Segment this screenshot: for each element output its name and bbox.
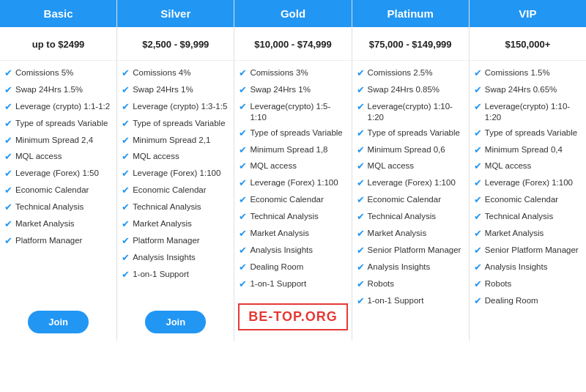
features-silver: ✔Comissions 4%✔Swap 24Hrs 1%✔Leverage (c… — [117, 61, 234, 305]
feature-label: Market Analysis — [250, 228, 309, 239]
check-icon: ✔ — [4, 135, 12, 147]
check-icon: ✔ — [357, 211, 365, 223]
feature-item: ✔Analysis Insights — [472, 259, 583, 276]
feature-item: ✔MQL access — [237, 158, 348, 175]
feature-label: MQL access — [15, 151, 62, 162]
feature-label: Comissions 5% — [15, 67, 73, 78]
feature-label: Minimum Spread 1,8 — [250, 144, 327, 155]
feature-label: Technical Analysis — [485, 211, 553, 222]
check-icon: ✔ — [239, 84, 247, 97]
feature-label: Senior Platform Manager — [485, 245, 579, 256]
feature-label: Robots — [368, 278, 394, 289]
check-icon: ✔ — [4, 218, 12, 231]
feature-label: Swap 24Hrs 0.65% — [485, 84, 557, 95]
check-icon: ✔ — [357, 67, 365, 80]
feature-item: ✔Technical Analysis — [472, 209, 583, 226]
feature-label: Analysis Insights — [368, 262, 431, 273]
check-icon: ✔ — [239, 177, 247, 190]
feature-label: Type of spreads Variable — [368, 127, 460, 138]
feature-label: Minimum Spread 0,6 — [368, 144, 445, 155]
check-icon: ✔ — [239, 127, 247, 140]
feature-item: ✔Economic Calendar — [3, 182, 114, 199]
feature-label: Market Analysis — [133, 218, 192, 229]
feature-label: Economic Calendar — [485, 194, 558, 205]
feature-item: ✔Senior Platform Manager — [355, 243, 466, 259]
feature-item: ✔Minimum Spread 0,6 — [355, 142, 466, 159]
feature-label: Swap 24Hrs 1.5% — [15, 84, 83, 95]
feature-item: ✔Minimum Spread 1,8 — [237, 142, 348, 159]
check-icon: ✔ — [474, 278, 482, 291]
feature-label: Platform Manager — [15, 235, 82, 246]
feature-item: ✔Market Analysis — [472, 226, 583, 243]
feature-item: ✔Type of spreads Variable — [472, 125, 583, 142]
feature-label: Type of spreads Variable — [15, 118, 108, 129]
check-icon: ✔ — [122, 168, 130, 180]
check-icon: ✔ — [239, 101, 247, 114]
feature-label: Economic Calendar — [133, 185, 206, 196]
footer-gold: BE-TOP.ORG — [234, 297, 351, 341]
check-icon: ✔ — [357, 245, 365, 257]
feature-item: ✔Comissions 3% — [237, 65, 348, 82]
header-gold: Gold — [234, 0, 351, 27]
check-icon: ✔ — [474, 245, 482, 257]
feature-item: ✔Leverage(crypto) 1:5-1:10 — [237, 99, 348, 125]
feature-item: ✔Economic Calendar — [355, 192, 466, 209]
join-button-basic[interactable]: Join — [28, 311, 89, 333]
feature-item: ✔Robots — [355, 276, 466, 293]
feature-label: Dealing Room — [485, 295, 538, 306]
check-icon: ✔ — [122, 67, 130, 80]
feature-item: ✔Minimum Spread 2,4 — [3, 133, 114, 149]
feature-item: ✔Type of spreads Variable — [120, 116, 231, 133]
feature-item: ✔Senior Platform Manager — [472, 243, 583, 259]
check-icon: ✔ — [474, 177, 482, 190]
feature-item: ✔MQL access — [355, 158, 466, 175]
feature-item: ✔Technical Analysis — [237, 209, 348, 226]
feature-label: Leverage (Forex) 1:100 — [368, 177, 456, 188]
feature-item: ✔Type of spreads Variable — [237, 125, 348, 142]
check-icon: ✔ — [474, 211, 482, 223]
check-icon: ✔ — [474, 144, 482, 157]
check-icon: ✔ — [4, 185, 12, 197]
feature-label: Leverage(crypto) 1:10-1:20 — [485, 101, 582, 123]
feature-item: ✔Market Analysis — [3, 216, 114, 233]
feature-item: ✔MQL access — [3, 149, 114, 166]
check-icon: ✔ — [474, 228, 482, 240]
check-icon: ✔ — [4, 67, 12, 80]
footer-silver: Join — [117, 305, 234, 341]
feature-item: ✔Leverage (Forex) 1:100 — [237, 175, 348, 192]
check-icon: ✔ — [357, 295, 365, 308]
feature-item: ✔Leverage (Forex) 1:100 — [472, 175, 583, 192]
feature-label: 1-on-1 Support — [250, 278, 306, 289]
col-vip: VIP$150,000+✔Comissions 1.5%✔Swap 24Hrs … — [470, 0, 586, 341]
features-vip: ✔Comissions 1.5%✔Swap 24Hrs 0.65%✔Levera… — [470, 61, 586, 328]
check-icon: ✔ — [122, 101, 130, 114]
feature-label: Market Analysis — [485, 228, 544, 239]
feature-item: ✔Technical Analysis — [3, 199, 114, 216]
feature-label: 1-on-1 Support — [133, 269, 189, 280]
price-silver: $2,500 - $9,999 — [117, 27, 234, 61]
check-icon: ✔ — [239, 245, 247, 257]
check-icon: ✔ — [122, 252, 130, 265]
feature-item: ✔MQL access — [472, 158, 583, 175]
check-icon: ✔ — [239, 194, 247, 207]
col-silver: Silver$2,500 - $9,999✔Comissions 4%✔Swap… — [117, 0, 234, 341]
feature-item: ✔Economic Calendar — [237, 192, 348, 209]
feature-label: Leverage(crypto) 1:5-1:10 — [250, 101, 346, 123]
check-icon: ✔ — [122, 185, 130, 197]
feature-item: ✔Swap 24Hrs 0.85% — [355, 82, 466, 99]
price-gold: $10,000 - $74,999 — [234, 27, 351, 61]
check-icon: ✔ — [474, 160, 482, 173]
join-button-silver[interactable]: Join — [145, 311, 206, 333]
feature-item: ✔Comissions 1.5% — [472, 65, 583, 82]
feature-item: ✔1-on-1 Support — [120, 267, 231, 284]
header-platinum: Platinum — [352, 0, 469, 27]
feature-item: ✔Platform Manager — [120, 233, 231, 250]
feature-item: ✔Comissions 4% — [120, 65, 231, 82]
footer-basic: Join — [0, 305, 116, 341]
feature-label: Technical Analysis — [133, 201, 201, 212]
feature-label: Swap 24Hrs 1% — [250, 84, 310, 95]
feature-label: Economic Calendar — [250, 194, 323, 205]
feature-label: Leverage (Forex) 1:100 — [485, 177, 573, 188]
feature-item: ✔Leverage (crypto) 1:3-1:5 — [120, 99, 231, 116]
feature-label: Technical Analysis — [368, 211, 436, 222]
